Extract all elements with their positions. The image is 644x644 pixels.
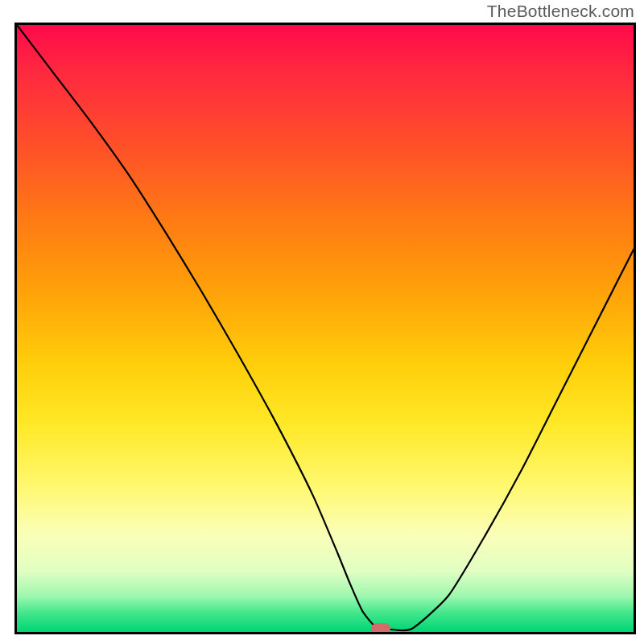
optimal-point-marker	[371, 623, 390, 632]
attribution-text: TheBottleneck.com	[487, 2, 634, 21]
bottleneck-curve-path	[17, 25, 634, 630]
chart-svg	[17, 25, 634, 632]
chart-plot-area	[14, 23, 636, 634]
